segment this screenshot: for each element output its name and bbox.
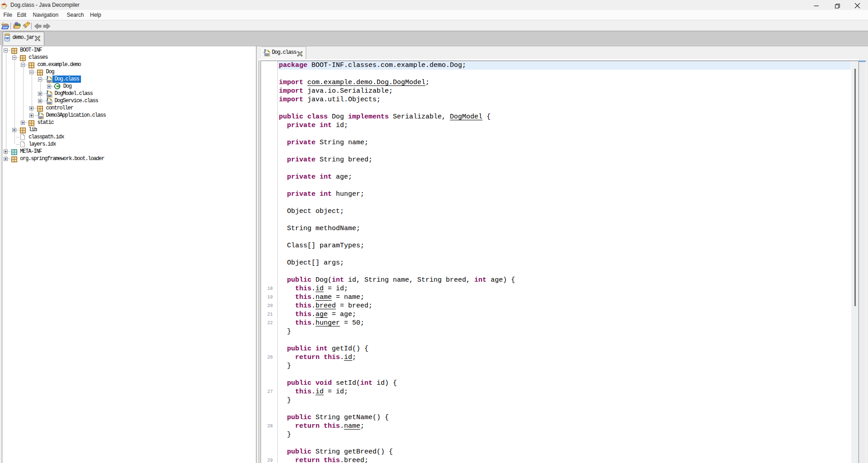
svg-text:J: J bbox=[37, 112, 40, 117]
svg-text:J: J bbox=[46, 76, 48, 80]
svg-text:J: J bbox=[46, 97, 48, 102]
svg-text:010: 010 bbox=[5, 37, 9, 40]
svg-text:J: J bbox=[263, 49, 266, 54]
svg-text:J: J bbox=[46, 90, 48, 95]
